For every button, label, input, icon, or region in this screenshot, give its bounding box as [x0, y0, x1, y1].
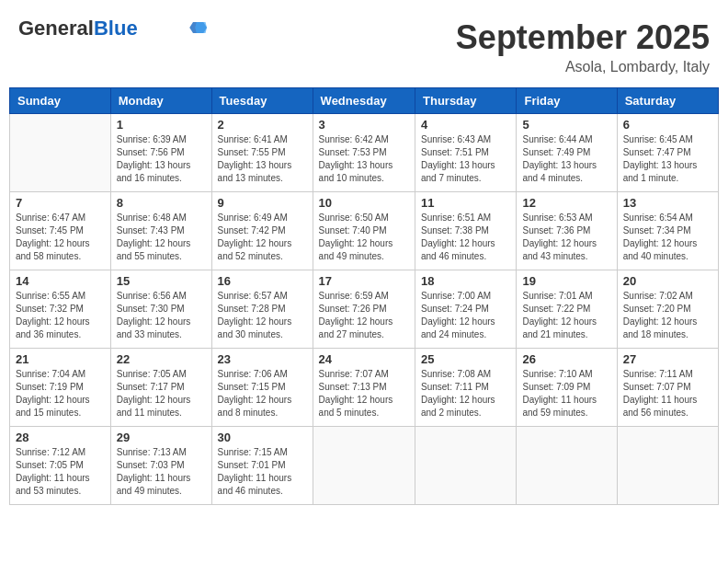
title-block: September 2025 Asola, Lombardy, Italy [456, 18, 710, 75]
day-number: 24 [319, 352, 409, 366]
logo: GeneralBlue [18, 18, 207, 39]
calendar-cell: 18Sunrise: 7:00 AM Sunset: 7:24 PM Dayli… [415, 270, 517, 349]
day-number: 1 [117, 118, 206, 132]
calendar-cell: 5Sunrise: 6:44 AM Sunset: 7:49 PM Daylig… [517, 114, 617, 192]
calendar-cell: 21Sunrise: 7:04 AM Sunset: 7:19 PM Dayli… [10, 349, 111, 427]
calendar-cell: 11Sunrise: 6:51 AM Sunset: 7:38 PM Dayli… [415, 192, 517, 270]
day-number: 7 [16, 196, 105, 210]
day-number: 26 [522, 352, 610, 366]
calendar-cell: 16Sunrise: 6:57 AM Sunset: 7:28 PM Dayli… [211, 270, 313, 349]
day-number: 11 [421, 196, 510, 210]
day-info: Sunrise: 7:05 AM Sunset: 7:17 PM Dayligh… [117, 368, 206, 419]
day-number: 25 [421, 352, 510, 366]
week-row-3: 14Sunrise: 6:55 AM Sunset: 7:32 PM Dayli… [10, 270, 719, 349]
day-number: 30 [218, 431, 307, 444]
calendar-cell: 28Sunrise: 7:12 AM Sunset: 7:05 PM Dayli… [10, 427, 111, 505]
calendar-cell: 29Sunrise: 7:13 AM Sunset: 7:03 PM Dayli… [110, 427, 211, 505]
day-number: 29 [117, 431, 206, 444]
week-row-5: 28Sunrise: 7:12 AM Sunset: 7:05 PM Dayli… [10, 427, 719, 505]
calendar-cell: 19Sunrise: 7:01 AM Sunset: 7:22 PM Dayli… [517, 270, 617, 349]
week-row-4: 21Sunrise: 7:04 AM Sunset: 7:19 PM Dayli… [10, 349, 719, 427]
day-number: 8 [117, 196, 206, 210]
day-info: Sunrise: 6:43 AM Sunset: 7:51 PM Dayligh… [421, 133, 510, 185]
calendar-cell [415, 427, 517, 505]
calendar-cell: 8Sunrise: 6:48 AM Sunset: 7:43 PM Daylig… [110, 192, 211, 270]
day-number: 16 [218, 274, 307, 288]
day-number: 18 [421, 274, 510, 288]
day-number: 14 [16, 274, 105, 288]
day-number: 28 [16, 431, 105, 444]
day-number: 13 [623, 196, 712, 210]
calendar-cell: 13Sunrise: 6:54 AM Sunset: 7:34 PM Dayli… [617, 192, 718, 270]
day-number: 22 [117, 352, 206, 366]
day-number: 21 [16, 352, 105, 366]
day-info: Sunrise: 6:50 AM Sunset: 7:40 PM Dayligh… [319, 212, 409, 263]
day-info: Sunrise: 7:06 AM Sunset: 7:15 PM Dayligh… [218, 368, 307, 419]
day-info: Sunrise: 6:45 AM Sunset: 7:47 PM Dayligh… [623, 133, 712, 185]
calendar-cell: 2Sunrise: 6:41 AM Sunset: 7:55 PM Daylig… [211, 114, 313, 192]
day-number: 19 [522, 274, 610, 288]
calendar-cell: 3Sunrise: 6:42 AM Sunset: 7:53 PM Daylig… [313, 114, 415, 192]
calendar-cell: 14Sunrise: 6:55 AM Sunset: 7:32 PM Dayli… [10, 270, 111, 349]
day-info: Sunrise: 7:00 AM Sunset: 7:24 PM Dayligh… [421, 290, 510, 341]
day-info: Sunrise: 7:15 AM Sunset: 7:01 PM Dayligh… [218, 446, 307, 498]
calendar-cell: 12Sunrise: 6:53 AM Sunset: 7:36 PM Dayli… [517, 192, 617, 270]
calendar-cell: 7Sunrise: 6:47 AM Sunset: 7:45 PM Daylig… [10, 192, 111, 270]
day-number: 2 [218, 118, 307, 132]
day-number: 4 [421, 118, 510, 132]
day-info: Sunrise: 6:59 AM Sunset: 7:26 PM Dayligh… [319, 290, 409, 341]
day-number: 27 [623, 352, 712, 366]
calendar-cell: 26Sunrise: 7:10 AM Sunset: 7:09 PM Dayli… [517, 349, 617, 427]
weekday-header-wednesday: Wednesday [313, 88, 415, 114]
calendar-cell: 23Sunrise: 7:06 AM Sunset: 7:15 PM Dayli… [211, 349, 313, 427]
day-info: Sunrise: 6:56 AM Sunset: 7:30 PM Dayligh… [117, 290, 206, 341]
calendar-cell: 10Sunrise: 6:50 AM Sunset: 7:40 PM Dayli… [313, 192, 415, 270]
day-info: Sunrise: 6:44 AM Sunset: 7:49 PM Dayligh… [522, 133, 610, 185]
day-number: 20 [623, 274, 712, 288]
day-info: Sunrise: 7:01 AM Sunset: 7:22 PM Dayligh… [522, 290, 610, 341]
day-info: Sunrise: 6:39 AM Sunset: 7:56 PM Dayligh… [117, 133, 206, 185]
weekday-header-thursday: Thursday [415, 88, 517, 114]
weekday-header-tuesday: Tuesday [211, 88, 313, 114]
day-info: Sunrise: 6:53 AM Sunset: 7:36 PM Dayligh… [522, 212, 610, 263]
day-number: 5 [522, 118, 610, 132]
day-info: Sunrise: 7:04 AM Sunset: 7:19 PM Dayligh… [16, 368, 105, 419]
calendar-cell: 22Sunrise: 7:05 AM Sunset: 7:17 PM Dayli… [110, 349, 211, 427]
day-number: 9 [218, 196, 307, 210]
day-info: Sunrise: 6:48 AM Sunset: 7:43 PM Dayligh… [117, 212, 206, 263]
day-info: Sunrise: 6:55 AM Sunset: 7:32 PM Dayligh… [16, 290, 105, 341]
weekday-header-monday: Monday [110, 88, 211, 114]
day-number: 23 [218, 352, 307, 366]
calendar-cell: 15Sunrise: 6:56 AM Sunset: 7:30 PM Dayli… [110, 270, 211, 349]
weekday-header-row: SundayMondayTuesdayWednesdayThursdayFrid… [10, 88, 719, 114]
day-info: Sunrise: 6:51 AM Sunset: 7:38 PM Dayligh… [421, 212, 510, 263]
week-row-2: 7Sunrise: 6:47 AM Sunset: 7:45 PM Daylig… [10, 192, 719, 270]
day-number: 6 [623, 118, 712, 132]
calendar-cell: 30Sunrise: 7:15 AM Sunset: 7:01 PM Dayli… [211, 427, 313, 505]
page-header: GeneralBlue September 2025 Asola, Lombar… [9, 9, 719, 80]
day-number: 12 [522, 196, 610, 210]
calendar-cell: 9Sunrise: 6:49 AM Sunset: 7:42 PM Daylig… [211, 192, 313, 270]
calendar-cell [617, 427, 718, 505]
weekday-header-sunday: Sunday [10, 88, 111, 114]
day-info: Sunrise: 6:57 AM Sunset: 7:28 PM Dayligh… [218, 290, 307, 341]
logo-text: GeneralBlue [18, 18, 138, 39]
day-info: Sunrise: 7:13 AM Sunset: 7:03 PM Dayligh… [117, 446, 206, 498]
calendar-cell: 6Sunrise: 6:45 AM Sunset: 7:47 PM Daylig… [617, 114, 718, 192]
calendar-cell [313, 427, 415, 505]
calendar-table: SundayMondayTuesdayWednesdayThursdayFrid… [9, 87, 719, 505]
day-number: 17 [319, 274, 409, 288]
calendar-cell: 25Sunrise: 7:08 AM Sunset: 7:11 PM Dayli… [415, 349, 517, 427]
calendar-cell: 24Sunrise: 7:07 AM Sunset: 7:13 PM Dayli… [313, 349, 415, 427]
day-info: Sunrise: 7:12 AM Sunset: 7:05 PM Dayligh… [16, 446, 105, 498]
calendar-cell: 1Sunrise: 6:39 AM Sunset: 7:56 PM Daylig… [110, 114, 211, 192]
day-info: Sunrise: 7:10 AM Sunset: 7:09 PM Dayligh… [522, 368, 610, 419]
day-info: Sunrise: 7:08 AM Sunset: 7:11 PM Dayligh… [421, 368, 510, 419]
day-number: 10 [319, 196, 409, 210]
week-row-1: 1Sunrise: 6:39 AM Sunset: 7:56 PM Daylig… [10, 114, 719, 192]
day-info: Sunrise: 7:11 AM Sunset: 7:07 PM Dayligh… [623, 368, 712, 419]
day-info: Sunrise: 7:02 AM Sunset: 7:20 PM Dayligh… [623, 290, 712, 341]
day-info: Sunrise: 6:49 AM Sunset: 7:42 PM Dayligh… [218, 212, 307, 263]
calendar-cell [10, 114, 111, 192]
day-number: 15 [117, 274, 206, 288]
